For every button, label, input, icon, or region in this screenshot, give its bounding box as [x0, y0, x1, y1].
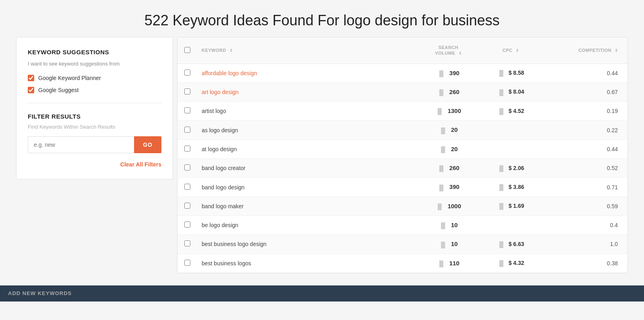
competition-value: 0.71: [607, 184, 618, 191]
cpc-bar-icon: ▐▌: [497, 89, 506, 96]
competition-value: 0.44: [607, 70, 618, 76]
search-volume-value: 260: [449, 164, 459, 171]
page-title: 522 Keyword Ideas Found For logo design …: [0, 0, 644, 37]
search-volume-cell: ▐▌ 10: [422, 215, 475, 234]
filter-input[interactable]: [28, 136, 134, 153]
cpc-cell: ▐▌ $ 3.86: [475, 178, 547, 197]
table-row: affordable logo design ▐▌ 390 ▐▌ $ 8.58 …: [178, 64, 627, 82]
volume-bar-icon: ▐▌: [438, 165, 446, 172]
row-checkbox[interactable]: [184, 222, 190, 228]
source-google-suggest[interactable]: Google Suggest: [28, 87, 161, 93]
col-header-keyword[interactable]: KEYWORD ⇕: [197, 37, 422, 64]
row-checkbox-cell[interactable]: [178, 159, 197, 178]
col-header-competition[interactable]: COMPETITION ⇕: [547, 37, 627, 64]
row-checkbox-cell[interactable]: [178, 64, 197, 82]
keyword-cell: best business logos: [197, 254, 422, 273]
table-header-row: KEYWORD ⇕ SEARCHVOLUME ⇕ CPC ⇕ COMPETITI…: [178, 37, 627, 64]
col-header-cpc[interactable]: CPC ⇕: [475, 37, 547, 64]
row-checkbox-cell[interactable]: [178, 197, 197, 215]
sidebar: KEYWORD SUGGESTIONS I want to see keywor…: [16, 37, 173, 179]
table-row: band logo design ▐▌ 390 ▐▌ $ 3.86 0.71: [178, 178, 627, 197]
source-gkp-checkbox[interactable]: [28, 75, 34, 81]
search-volume-cell: ▐▌ 1000: [422, 197, 475, 215]
row-checkbox[interactable]: [184, 240, 190, 246]
cpc-cell: [475, 215, 547, 234]
row-checkbox-cell[interactable]: [178, 235, 197, 254]
competition-cell: 0.52: [547, 159, 627, 178]
competition-cell: 0.38: [547, 254, 627, 273]
row-checkbox-cell[interactable]: [178, 215, 197, 234]
competition-cell: 0.59: [547, 197, 627, 215]
filter-go-button[interactable]: GO: [134, 136, 161, 153]
table-row: be logo design ▐▌ 10 0.4: [178, 215, 627, 234]
keyword-link[interactable]: art logo design: [202, 89, 239, 95]
search-volume-value: 10: [451, 240, 458, 247]
table-row: best business logos ▐▌ 110 ▐▌ $ 4.32 0.3…: [178, 254, 627, 273]
search-volume-value: 10: [451, 222, 458, 228]
keyword-link[interactable]: affordable logo design: [202, 70, 257, 76]
row-checkbox[interactable]: [184, 70, 190, 76]
search-volume-cell: ▐▌ 10: [422, 235, 475, 254]
row-checkbox[interactable]: [184, 127, 190, 133]
table-row: at logo design ▐▌ 20 0.44: [178, 139, 627, 158]
row-checkbox[interactable]: [184, 184, 190, 190]
cpc-value: $ 1.69: [508, 203, 524, 209]
row-checkbox-cell[interactable]: [178, 121, 197, 139]
search-volume-value: 110: [449, 260, 459, 267]
cpc-bar-icon: ▐▌: [497, 203, 506, 209]
competition-value: 0.4: [610, 222, 618, 228]
source-gs-checkbox[interactable]: [28, 87, 34, 93]
filter-input-row: GO: [28, 136, 161, 153]
row-checkbox-cell[interactable]: [178, 178, 197, 197]
keyword-text: band logo design: [202, 184, 245, 191]
keyword-cell: artist logo: [197, 102, 422, 121]
row-checkbox[interactable]: [184, 260, 190, 266]
search-volume-cell: ▐▌ 390: [422, 178, 475, 197]
row-checkbox[interactable]: [184, 88, 190, 94]
cpc-cell: [475, 121, 547, 139]
row-checkbox-cell[interactable]: [178, 139, 197, 158]
keyword-text: as logo design: [202, 127, 238, 133]
volume-bar-icon: ▐▌: [439, 222, 447, 229]
competition-cell: 0.67: [547, 82, 627, 101]
table-body: affordable logo design ▐▌ 390 ▐▌ $ 8.58 …: [178, 64, 627, 273]
row-checkbox[interactable]: [184, 107, 190, 113]
select-all-checkbox[interactable]: [184, 47, 190, 53]
row-checkbox[interactable]: [184, 164, 190, 170]
col-header-search-volume[interactable]: SEARCHVOLUME ⇕: [422, 37, 475, 64]
source-gs-label: Google Suggest: [38, 87, 78, 93]
search-volume-cell: ▐▌ 390: [422, 64, 475, 82]
keyword-text: band logo maker: [202, 203, 244, 209]
keyword-cell: at logo design: [197, 139, 422, 158]
filter-subtitle: Find Keywords Within Search Results: [28, 124, 161, 130]
row-checkbox-cell[interactable]: [178, 102, 197, 121]
volume-bar-icon: ▐▌: [436, 203, 444, 210]
search-volume-cell: ▐▌ 20: [422, 121, 475, 139]
cpc-value: $ 3.86: [508, 184, 524, 190]
cpc-cell: ▐▌ $ 6.63: [475, 235, 547, 254]
volume-bar-icon: ▐▌: [438, 89, 446, 96]
filter-results-title: FILTER RESULTS: [28, 113, 161, 120]
cpc-cell: ▐▌ $ 8.04: [475, 82, 547, 101]
row-checkbox-cell[interactable]: [178, 82, 197, 101]
volume-bar-icon: ▐▌: [439, 127, 447, 134]
search-volume-value: 1300: [448, 107, 461, 114]
clear-all-filters-link[interactable]: Clear All Filters: [28, 161, 161, 168]
cpc-cell: ▐▌ $ 8.58: [475, 64, 547, 82]
keyword-text: artist logo: [202, 108, 226, 114]
cpc-bar-icon: ▐▌: [497, 241, 506, 248]
col-header-check[interactable]: [178, 37, 197, 64]
row-checkbox[interactable]: [184, 203, 190, 209]
volume-bar-icon: ▐▌: [438, 261, 446, 267]
row-checkbox-cell[interactable]: [178, 254, 197, 273]
bottom-bar: ADD NEW KEYWORDS: [0, 285, 644, 302]
keyword-cell: band logo design: [197, 178, 422, 197]
search-volume-value: 260: [449, 88, 459, 95]
row-checkbox[interactable]: [184, 146, 190, 152]
cpc-value: $ 4.52: [508, 108, 524, 114]
source-google-keyword-planner[interactable]: Google Keyword Planner: [28, 75, 161, 81]
search-volume-value: 390: [449, 183, 459, 190]
keyword-cell: affordable logo design: [197, 64, 422, 82]
cpc-value: $ 4.32: [508, 260, 524, 266]
cpc-value: $ 2.06: [508, 165, 524, 171]
